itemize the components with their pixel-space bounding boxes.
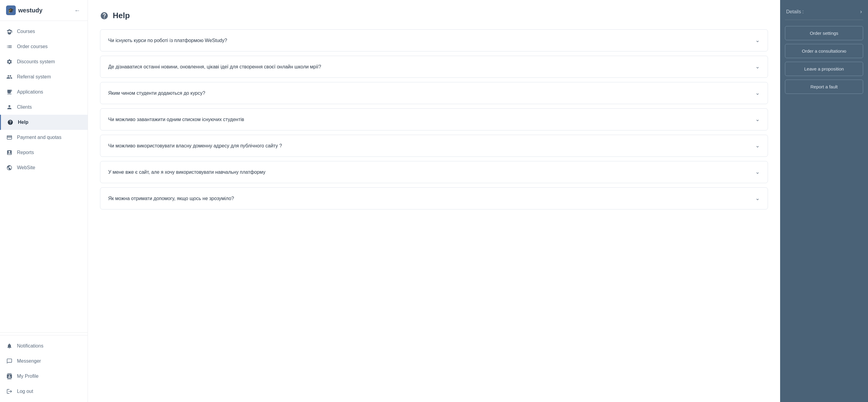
sidebar: 🎓 westudy ← Courses Order courses Di — [0, 0, 88, 402]
faq-question-7[interactable]: Як можна отримати допомогу, якщо щось не… — [100, 188, 768, 209]
details-header: Details : › — [785, 6, 863, 20]
faq-question-1-text: Чи існують курси по роботі із платформою… — [108, 37, 227, 44]
chevron-down-icon-1: ⌄ — [755, 36, 760, 44]
sidebar-item-reports[interactable]: Reports — [0, 145, 88, 160]
faq-item-4: Чи можливо завантажити одним списком існ… — [100, 108, 768, 131]
sidebar-item-help-label: Help — [18, 120, 29, 125]
order-settings-button[interactable]: Order settings — [785, 26, 863, 40]
discounts-icon — [6, 59, 13, 65]
faq-question-7-text: Як можна отримати допомогу, якщо щось не… — [108, 195, 234, 202]
help-icon — [7, 119, 13, 126]
applications-icon — [6, 89, 13, 95]
sidebar-item-logout[interactable]: Log out — [0, 384, 88, 399]
faq-item-6: У мене вже є сайт, але я хочу використов… — [100, 161, 768, 183]
sidebar-item-order-courses-label: Order courses — [17, 44, 48, 49]
sidebar-item-notifications-label: Notifications — [17, 343, 43, 349]
sidebar-item-applications-label: Applications — [17, 89, 43, 95]
logo-icon: 🎓 — [6, 5, 16, 15]
faq-item-3: Яким чином студенти додаються до курсу? … — [100, 82, 768, 104]
sidebar-item-help[interactable]: Help — [0, 115, 88, 130]
sidebar-divider — [0, 332, 88, 333]
faq-question-3-text: Яким чином студенти додаються до курсу? — [108, 90, 205, 97]
sidebar-item-discounts-label: Discounts system — [17, 59, 55, 65]
referral-icon — [6, 73, 13, 80]
order-courses-icon — [6, 43, 13, 50]
chevron-down-icon-3: ⌄ — [755, 89, 760, 97]
sidebar-item-courses[interactable]: Courses — [0, 24, 88, 39]
sidebar-item-reports-label: Reports — [17, 150, 34, 155]
faq-question-6-text: У мене вже є сайт, але я хочу використов… — [108, 169, 266, 176]
sidebar-item-referral[interactable]: Referral system — [0, 69, 88, 85]
report-fault-button[interactable]: Report a fault — [785, 79, 863, 94]
chevron-down-icon-4: ⌄ — [755, 115, 760, 124]
page-header: Help — [100, 11, 768, 20]
sidebar-item-logout-label: Log out — [17, 389, 33, 394]
profile-icon — [6, 373, 13, 379]
sidebar-header: 🎓 westudy ← — [0, 0, 88, 21]
bell-icon — [6, 343, 13, 349]
sidebar-item-applications[interactable]: Applications — [0, 85, 88, 100]
sidebar-item-profile[interactable]: My Profile — [0, 369, 88, 384]
faq-item-5: Чи можливо використовувати власну доменн… — [100, 135, 768, 157]
sidebar-item-messenger-label: Messenger — [17, 359, 41, 364]
faq-question-5-text: Чи можливо використовувати власну доменн… — [108, 142, 282, 149]
chevron-right-icon: › — [860, 8, 862, 15]
chevron-down-icon-6: ⌄ — [755, 168, 760, 176]
order-consultation-button[interactable]: Order a consultationю — [785, 44, 863, 58]
sidebar-main-nav: Courses Order courses Discounts system R… — [0, 21, 88, 330]
page-title: Help — [113, 11, 130, 20]
sidebar-bottom-nav: Notifications Messenger My Profile Log o… — [0, 335, 88, 402]
faq-item-1: Чи існують курси по роботі із платформою… — [100, 29, 768, 52]
leave-proposition-button[interactable]: Leave a proposition — [785, 62, 863, 76]
website-icon — [6, 164, 13, 171]
reports-icon — [6, 149, 13, 156]
faq-question-2[interactable]: Де дізнаватися останні новини, оновлення… — [100, 56, 768, 77]
sidebar-item-notifications[interactable]: Notifications — [0, 338, 88, 354]
chevron-down-icon-7: ⌄ — [755, 194, 760, 202]
sidebar-item-clients-label: Clients — [17, 104, 32, 110]
messenger-icon — [6, 358, 13, 365]
sidebar-item-website-label: WebSite — [17, 165, 35, 170]
main-content: Help Чи існують курси по роботі із платф… — [88, 0, 780, 402]
faq-question-6[interactable]: У мене вже є сайт, але я хочу використов… — [100, 161, 768, 183]
sidebar-item-courses-label: Courses — [17, 29, 35, 34]
payment-icon — [6, 134, 13, 141]
faq-list: Чи існують курси по роботі із платформою… — [100, 29, 768, 214]
sidebar-item-clients[interactable]: Clients — [0, 100, 88, 115]
chevron-down-icon-5: ⌄ — [755, 142, 760, 150]
details-label: Details : — [786, 9, 804, 14]
sidebar-item-profile-label: My Profile — [17, 373, 38, 379]
sidebar-item-referral-label: Referral system — [17, 74, 51, 79]
sidebar-item-messenger[interactable]: Messenger — [0, 354, 88, 369]
logo-area: 🎓 westudy — [6, 5, 42, 15]
sidebar-item-discounts[interactable]: Discounts system — [0, 54, 88, 69]
faq-question-4-text: Чи можливо завантажити одним списком існ… — [108, 116, 244, 123]
faq-question-4[interactable]: Чи можливо завантажити одним списком існ… — [100, 109, 768, 130]
help-page-icon — [100, 11, 108, 20]
courses-icon — [6, 28, 13, 35]
faq-question-1[interactable]: Чи існують курси по роботі із платформою… — [100, 30, 768, 51]
right-panel: Details : › Order settings Order a consu… — [780, 0, 868, 402]
sidebar-item-payment-label: Payment and quotas — [17, 135, 62, 140]
logo-text: westudy — [18, 7, 42, 14]
chevron-down-icon-2: ⌄ — [755, 63, 760, 71]
sidebar-item-payment[interactable]: Payment and quotas — [0, 130, 88, 145]
faq-item-7: Як можна отримати допомогу, якщо щось не… — [100, 188, 768, 209]
faq-item-2: Де дізнаватися останні новини, оновлення… — [100, 56, 768, 78]
sidebar-item-website[interactable]: WebSite — [0, 160, 88, 175]
logout-icon — [6, 388, 13, 395]
collapse-sidebar-button[interactable]: ← — [73, 6, 82, 15]
faq-question-2-text: Де дізнаватися останні новини, оновлення… — [108, 63, 321, 70]
faq-question-5[interactable]: Чи можливо використовувати власну доменн… — [100, 135, 768, 157]
sidebar-item-order-courses[interactable]: Order courses — [0, 39, 88, 54]
faq-question-3[interactable]: Яким чином студенти додаються до курсу? … — [100, 82, 768, 104]
clients-icon — [6, 104, 13, 110]
